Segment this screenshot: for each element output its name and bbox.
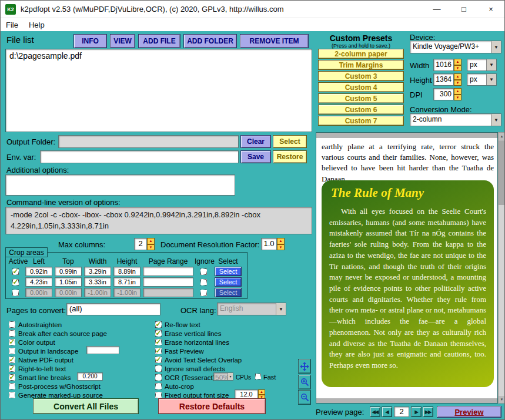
- next-page-button[interactable]: ▶: [411, 406, 422, 417]
- maximize-button[interactable]: □: [450, 1, 477, 18]
- env-var-restore-button[interactable]: Restore: [273, 150, 307, 163]
- additional-options-input[interactable]: [5, 174, 235, 196]
- device-dpi-spin-down[interactable]: ▼: [454, 95, 461, 101]
- last-page-button[interactable]: ▶▶: [423, 406, 433, 417]
- remove-item-button[interactable]: REMOVE ITEM: [240, 34, 309, 48]
- fixed-font-size-spin-up[interactable]: ▲: [258, 389, 265, 395]
- crop-row3-top-input[interactable]: 0.00in: [55, 288, 82, 297]
- avoid-text-select-overlap-checkbox[interactable]: ✓: [155, 357, 162, 363]
- smart-line-breaks-input[interactable]: 0.200: [77, 372, 103, 381]
- marked-up-source-checkbox[interactable]: [9, 392, 15, 398]
- convert-all-files-button[interactable]: Convert All Files: [33, 398, 139, 414]
- ocr-lang-select[interactable]: English ▼: [217, 303, 286, 315]
- add-folder-button[interactable]: ADD FOLDER: [183, 34, 237, 48]
- scroll-up-icon[interactable]: ▲: [499, 133, 505, 140]
- doc-res-spin-down[interactable]: ▼: [277, 244, 285, 251]
- preset-custom-7-button[interactable]: Custom 7: [318, 116, 404, 126]
- crop-row3-active-checkbox[interactable]: [12, 290, 19, 296]
- env-var-save-button[interactable]: Save: [240, 150, 271, 163]
- max-columns-input[interactable]: 2: [134, 238, 147, 250]
- right-to-left-checkbox[interactable]: ✓: [9, 365, 15, 372]
- preview-page-input[interactable]: 2: [394, 406, 409, 417]
- crop-row1-page-range-input[interactable]: [143, 267, 193, 276]
- device-dpi-input[interactable]: 300: [433, 88, 454, 100]
- crop-row1-select-button[interactable]: Select: [215, 267, 242, 276]
- preview-button[interactable]: Preview: [437, 406, 501, 418]
- crop-row2-height-input[interactable]: 8.71in: [113, 277, 141, 287]
- device-width-spin-down[interactable]: ▼: [454, 65, 461, 72]
- crop-row3-height-input[interactable]: -1.00in: [113, 288, 141, 297]
- crop-row1-height-input[interactable]: 8.89in: [113, 267, 141, 276]
- output-folder-input[interactable]: [58, 135, 239, 148]
- fixed-font-size-checkbox[interactable]: [155, 392, 162, 398]
- restore-defaults-button[interactable]: Restore Defaults: [158, 398, 266, 414]
- device-height-input[interactable]: 1364: [433, 73, 454, 86]
- crop-row1-left-input[interactable]: 0.92in: [25, 267, 52, 276]
- crop-row3-left-input[interactable]: 0.00in: [25, 288, 52, 297]
- smart-line-breaks-checkbox[interactable]: ✓: [9, 374, 15, 381]
- crop-row2-select-button[interactable]: Select: [215, 277, 242, 287]
- first-page-button[interactable]: ◀◀: [370, 406, 380, 417]
- view-button[interactable]: VIEW: [110, 34, 135, 48]
- menu-help[interactable]: Help: [24, 21, 50, 29]
- landscape-checkbox[interactable]: [9, 348, 15, 354]
- scrollbar-thumb[interactable]: [499, 140, 505, 205]
- file-list-box[interactable]: d:\2pagesample.pdf: [5, 49, 312, 132]
- doc-res-input[interactable]: 1.0: [261, 238, 277, 250]
- conversion-mode-select[interactable]: 2-column ▼: [410, 113, 501, 126]
- crop-row2-top-input[interactable]: 1.05in: [55, 277, 82, 287]
- device-width-input[interactable]: 1016: [433, 59, 454, 71]
- preset-2-column-paper-button[interactable]: 2-column paper: [318, 49, 404, 59]
- device-width-spin-up[interactable]: ▲: [454, 59, 461, 65]
- crop-row2-active-checkbox[interactable]: ✓: [12, 279, 19, 285]
- crop-row2-width-input[interactable]: 3.33in: [84, 277, 111, 287]
- preset-trim-margins-button[interactable]: Trim Margins: [318, 60, 404, 70]
- scroll-down-icon[interactable]: ▼: [499, 396, 505, 403]
- doc-res-spin-up[interactable]: ▲: [277, 238, 285, 244]
- crop-row2-page-range-input[interactable]: [143, 277, 193, 287]
- device-height-unit-select[interactable]: px ▼: [467, 73, 497, 86]
- ocr-tesseract-checkbox[interactable]: [155, 374, 162, 381]
- fast-preview-checkbox[interactable]: ✓: [155, 348, 162, 354]
- ignore-small-defects-checkbox[interactable]: [155, 365, 162, 372]
- ocr-fast-checkbox[interactable]: [255, 374, 261, 379]
- landscape-pages-input[interactable]: [86, 346, 119, 354]
- preset-custom-4-button[interactable]: Custom 4: [318, 82, 404, 92]
- ghostscript-checkbox[interactable]: [9, 383, 15, 389]
- device-dpi-spin-up[interactable]: ▲: [454, 88, 461, 95]
- native-pdf-checkbox[interactable]: ✓: [9, 357, 15, 363]
- output-folder-clear-button[interactable]: Clear: [240, 135, 271, 148]
- previous-page-button[interactable]: ◀: [382, 406, 392, 417]
- crop-row3-page-range-input[interactable]: [143, 288, 193, 297]
- minimize-button[interactable]: —: [423, 1, 450, 18]
- crop-row3-width-input[interactable]: -1.00in: [84, 288, 111, 297]
- device-height-spin-up[interactable]: ▲: [454, 73, 461, 80]
- preset-custom-5-button[interactable]: Custom 5: [318, 93, 404, 103]
- max-columns-spin-down[interactable]: ▼: [147, 244, 155, 251]
- output-folder-select-button[interactable]: Select: [273, 135, 307, 148]
- file-list-item[interactable]: d:\2pagesample.pdf: [6, 49, 312, 62]
- add-file-button[interactable]: ADD FILE: [138, 34, 180, 48]
- color-output-checkbox[interactable]: ✓: [9, 339, 15, 345]
- crop-row1-top-input[interactable]: 0.99in: [55, 267, 82, 276]
- device-width-unit-select[interactable]: px ▼: [467, 59, 497, 71]
- erase-vertical-lines-checkbox[interactable]: ✓: [155, 330, 162, 337]
- max-columns-spin-up[interactable]: ▲: [147, 238, 155, 244]
- device-select[interactable]: Kindle Voyage/PW3+ ▼: [410, 41, 501, 53]
- crop-row1-width-input[interactable]: 3.29in: [84, 267, 111, 276]
- break-after-page-checkbox[interactable]: [9, 330, 15, 337]
- device-height-spin-down[interactable]: ▼: [454, 80, 461, 86]
- menu-file[interactable]: File: [1, 21, 24, 29]
- close-button[interactable]: ×: [477, 1, 504, 18]
- crop-row3-ignore-checkbox[interactable]: [200, 290, 207, 296]
- preset-custom-3-button[interactable]: Custom 3: [318, 71, 404, 81]
- info-button[interactable]: INFO: [73, 34, 107, 48]
- preview-scrollbar[interactable]: ▲ ▼: [498, 132, 505, 404]
- zoom-in-button[interactable]: [298, 375, 311, 389]
- fit-page-button[interactable]: [298, 359, 311, 374]
- zoom-out-button[interactable]: [298, 390, 311, 405]
- pages-to-convert-input[interactable]: (all): [66, 303, 160, 315]
- crop-row1-ignore-checkbox[interactable]: [200, 268, 207, 275]
- auto-crop-checkbox[interactable]: [155, 383, 162, 389]
- autostraighten-checkbox[interactable]: [9, 321, 15, 328]
